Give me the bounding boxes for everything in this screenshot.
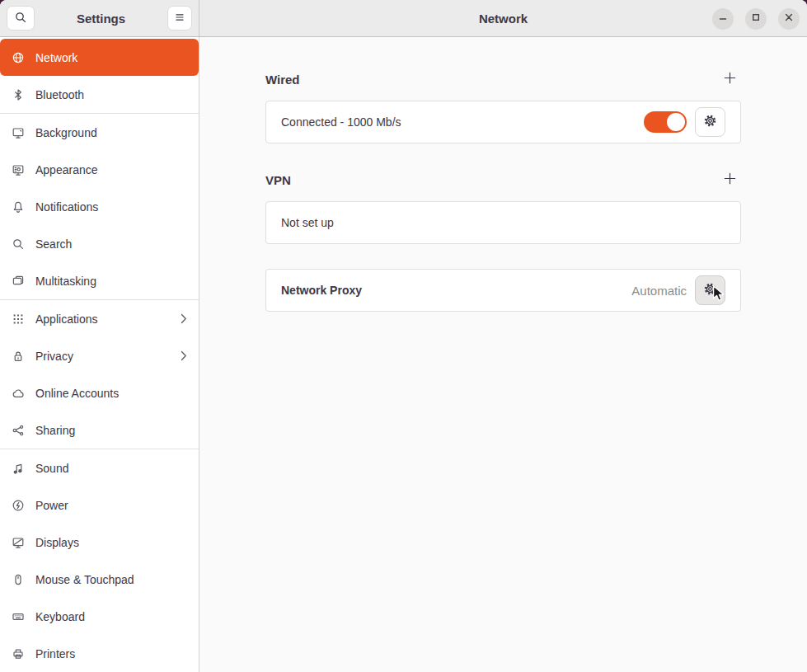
sidebar: NetworkBluetoothBackgroundAppearanceNoti… [0, 37, 199, 672]
sidebar-item-label: Sound [35, 462, 68, 475]
wired-status-label: Connected - 1000 Mb/s [281, 115, 401, 129]
magnifier-icon [12, 237, 25, 251]
note-icon [12, 462, 25, 475]
close-icon [782, 11, 795, 26]
gear-icon [702, 281, 718, 299]
minimize-button[interactable] [712, 8, 734, 30]
vpn-section: VPN Not set up [265, 171, 741, 244]
grid-icon [12, 313, 25, 326]
appearance-icon [12, 163, 25, 176]
sidebar-item-power[interactable]: Power [0, 486, 199, 524]
vpn-section-header: VPN [265, 171, 741, 189]
wired-card: Connected - 1000 Mb/s [265, 101, 741, 143]
plus-icon [723, 172, 737, 188]
proxy-label: Network Proxy [281, 284, 362, 297]
sidebar-item-multitasking[interactable]: Multitasking [0, 262, 199, 299]
sidebar-item-privacy[interactable]: Privacy [0, 337, 199, 374]
sidebar-item-applications[interactable]: Applications [0, 300, 199, 337]
chevron-right-icon [181, 350, 187, 361]
toggle-knob [667, 113, 685, 131]
close-button[interactable] [778, 8, 800, 30]
mouse-icon [12, 573, 25, 586]
wired-section-title: Wired [265, 73, 300, 87]
sidebar-item-label: Printers [35, 647, 75, 660]
hamburger-menu-icon [173, 11, 186, 26]
search-icon [14, 11, 27, 26]
sidebar-item-keyboard[interactable]: Keyboard [0, 598, 199, 635]
maximize-button[interactable] [745, 8, 767, 30]
network-panel: Wired Connected - 1000 Mb/s [265, 37, 741, 312]
add-wired-profile-button[interactable] [720, 69, 739, 89]
sidebar-item-search[interactable]: Search [0, 225, 199, 262]
sidebar-item-label: Appearance [35, 163, 98, 176]
search-button[interactable] [7, 6, 35, 31]
plus-icon [723, 71, 737, 87]
sidebar-item-appearance[interactable]: Appearance [0, 151, 199, 188]
sidebar-item-online-accounts[interactable]: Online Accounts [0, 374, 199, 411]
sidebar-item-label: Bluetooth [35, 88, 84, 101]
app-body: NetworkBluetoothBackgroundAppearanceNoti… [0, 37, 807, 672]
app-title: Settings [77, 12, 125, 26]
sidebar-item-label: Applications [35, 313, 98, 326]
keyboard-icon [12, 610, 25, 623]
bluetooth-icon [12, 88, 25, 101]
proxy-mode-value: Automatic [631, 284, 687, 298]
sidebar-item-label: Mouse & Touchpad [35, 573, 134, 586]
printer-icon [12, 647, 25, 660]
sidebar-item-sharing[interactable]: Sharing [0, 411, 199, 449]
gear-icon [702, 113, 718, 131]
power-icon [12, 499, 25, 512]
proxy-section: Network Proxy Automatic [265, 269, 741, 312]
sidebar-item-label: Keyboard [35, 610, 85, 623]
sidebar-item-label: Multitasking [35, 275, 96, 288]
sidebar-item-label: Privacy [35, 350, 73, 363]
wired-settings-button[interactable] [695, 107, 725, 137]
cloud-icon [12, 387, 25, 400]
proxy-card: Network Proxy Automatic [265, 269, 741, 312]
titlebar-right: Network [199, 0, 807, 36]
vpn-status-label: Not set up [281, 216, 334, 229]
sidebar-item-displays[interactable]: Displays [0, 524, 199, 561]
proxy-row-controls: Automatic [631, 275, 725, 305]
settings-window: Settings Network [0, 0, 807, 672]
sidebar-item-mouse-touchpad[interactable]: Mouse & Touchpad [0, 561, 199, 598]
wired-row-controls [644, 107, 725, 137]
sidebar-item-background[interactable]: Background [0, 114, 199, 151]
sidebar-item-label: Online Accounts [35, 387, 119, 400]
windows-icon [12, 275, 25, 288]
vpn-card: Not set up [265, 201, 741, 244]
add-vpn-button[interactable] [720, 170, 739, 190]
sidebar-item-notifications[interactable]: Notifications [0, 188, 199, 225]
display-icon [12, 536, 25, 549]
sidebar-item-label: Displays [35, 536, 79, 549]
titlebar: Settings Network [0, 0, 807, 37]
wired-section: Wired Connected - 1000 Mb/s [265, 70, 741, 143]
network-proxy-row[interactable]: Network Proxy Automatic [266, 270, 740, 311]
share-icon [12, 424, 25, 437]
maximize-icon [749, 11, 762, 26]
minimize-icon [716, 11, 730, 26]
wired-toggle-on[interactable] [644, 111, 687, 133]
wired-connection-row[interactable]: Connected - 1000 Mb/s [266, 101, 740, 143]
sidebar-item-bluetooth[interactable]: Bluetooth [0, 76, 199, 113]
titlebar-left: Settings [0, 0, 199, 36]
sidebar-item-printers[interactable]: Printers [0, 635, 199, 672]
vpn-status-row: Not set up [266, 202, 740, 243]
lock-icon [12, 350, 25, 363]
vpn-section-title: VPN [265, 173, 291, 187]
sidebar-item-label: Search [35, 237, 72, 251]
sidebar-item-label: Sharing [35, 424, 75, 437]
window-controls [712, 0, 800, 37]
main-content: Wired Connected - 1000 Mb/s [199, 37, 807, 672]
sidebar-item-label: Network [35, 51, 77, 64]
sidebar-item-label: Notifications [35, 200, 98, 214]
page-title: Network [479, 12, 528, 26]
primary-menu-button[interactable] [167, 6, 192, 31]
sidebar-item-sound[interactable]: Sound [0, 449, 199, 486]
wired-section-header: Wired [265, 70, 741, 88]
sidebar-item-label: Background [35, 126, 97, 139]
bell-icon [12, 200, 25, 214]
sidebar-item-network[interactable]: Network [0, 39, 199, 76]
proxy-settings-button[interactable] [695, 275, 725, 305]
chevron-right-icon [181, 313, 187, 324]
